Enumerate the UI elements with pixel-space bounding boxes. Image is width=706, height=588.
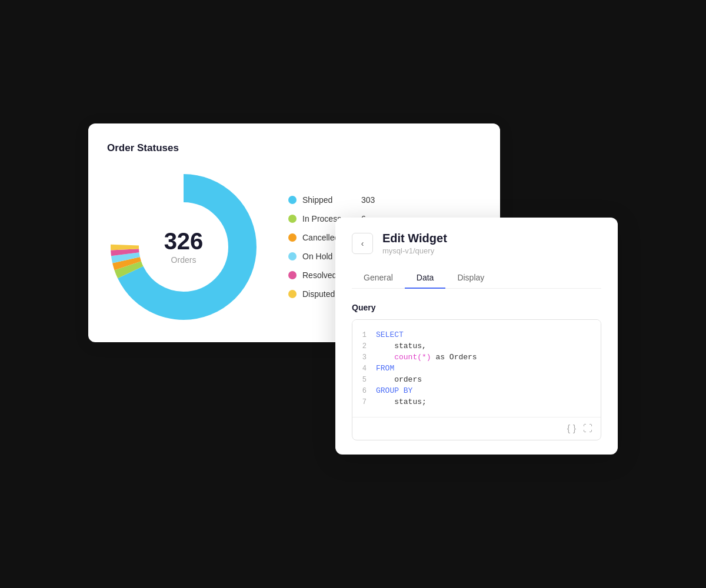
- line-content-6: GROUP BY: [376, 386, 412, 395]
- donut-total: 326: [164, 229, 204, 253]
- back-button[interactable]: ‹: [352, 233, 373, 254]
- donut-chart: 326 Orders: [107, 171, 260, 323]
- line-num-3: 3: [352, 353, 376, 362]
- code-line-2: 2 status,: [352, 340, 601, 352]
- line-content-7: status;: [376, 397, 427, 406]
- code-editor[interactable]: 1 SELECT 2 status, 3 count(*) as Orders …: [352, 319, 601, 440]
- code-line-7: 7 status;: [352, 396, 601, 407]
- legend-dot-shipped: [288, 196, 297, 204]
- line-content-4: FROM: [376, 364, 394, 373]
- panel-tabs: General Data Display: [352, 267, 601, 289]
- tab-display[interactable]: Display: [445, 267, 496, 288]
- legend-dot-resolved: [288, 271, 297, 279]
- line-num-6: 6: [352, 387, 376, 395]
- legend-dot-disputed: [288, 290, 297, 298]
- panel-title: Edit Widget: [382, 232, 447, 245]
- code-line-4: 4 FROM: [352, 363, 601, 374]
- edit-widget-panel: ‹ Edit Widget mysql-v1/query General Dat…: [335, 218, 618, 455]
- legend-count-shipped: 303: [361, 195, 375, 205]
- legend-dot-onhold: [288, 252, 297, 260]
- legend-dot-cancelled: [288, 233, 297, 242]
- line-num-7: 7: [352, 398, 376, 406]
- panel-body: Query 1 SELECT 2 status, 3 count(*) as O…: [335, 289, 618, 455]
- tab-data[interactable]: Data: [405, 267, 446, 288]
- code-line-6: 6 GROUP BY: [352, 385, 601, 396]
- line-content-2: status,: [376, 342, 427, 350]
- line-num-1: 1: [352, 331, 376, 339]
- format-code-icon[interactable]: { }: [567, 423, 576, 434]
- line-num-5: 5: [352, 376, 376, 384]
- code-lines: 1 SELECT 2 status, 3 count(*) as Orders …: [352, 320, 601, 417]
- legend-item-shipped: Shipped 303: [288, 195, 375, 205]
- donut-total-label: Orders: [164, 255, 204, 265]
- panel-header: ‹ Edit Widget mysql-v1/query General Dat…: [335, 218, 618, 289]
- line-num-4: 4: [352, 365, 376, 373]
- editor-toolbar: { } ⛶: [352, 417, 601, 440]
- legend-dot-inprocess: [288, 215, 297, 223]
- line-num-2: 2: [352, 342, 376, 350]
- code-line-3: 3 count(*) as Orders: [352, 352, 601, 363]
- line-content-5: orders: [376, 375, 422, 384]
- legend-label-shipped: Shipped: [302, 195, 355, 205]
- line-content-3: count(*) as Orders: [376, 353, 477, 362]
- panel-title-block: Edit Widget mysql-v1/query: [382, 232, 447, 255]
- query-label: Query: [352, 303, 601, 312]
- tab-general[interactable]: General: [352, 267, 405, 288]
- code-line-1: 1 SELECT: [352, 329, 601, 340]
- donut-center: 326 Orders: [164, 229, 204, 265]
- line-content-1: SELECT: [376, 330, 404, 339]
- panel-top: ‹ Edit Widget mysql-v1/query: [352, 232, 601, 255]
- card-title: Order Statuses: [107, 142, 481, 154]
- expand-icon[interactable]: ⛶: [583, 423, 592, 434]
- code-line-5: 5 orders: [352, 374, 601, 385]
- panel-subtitle: mysql-v1/query: [382, 246, 447, 255]
